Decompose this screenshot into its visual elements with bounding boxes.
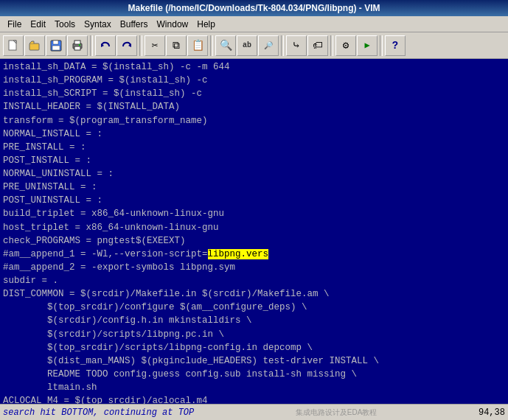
line-20: $(srcdir)/config.h.in mkinstalldirs \ xyxy=(3,314,505,327)
line-3: install_sh_SCRIPT = $(install_sh) -c xyxy=(3,87,505,100)
line-18: DIST_COMMON = $(srcdir)/Makefile.in $(sr… xyxy=(3,287,505,301)
svg-rect-8 xyxy=(74,46,80,50)
line-9: NORMAL_UNINSTALL = : xyxy=(3,167,505,181)
separator-5 xyxy=(330,35,333,56)
line-19: $(top_srcdir)/configure $(am__configure_… xyxy=(3,301,505,314)
jump-button[interactable]: ⤷ xyxy=(286,35,307,56)
compile-button[interactable]: ⚙ xyxy=(335,35,356,56)
svg-rect-5 xyxy=(52,46,60,50)
line-17: subdir = . xyxy=(3,274,505,287)
line-8: POST_INSTALL = : xyxy=(3,154,505,167)
line-23: $(dist_man_MANS) $(pkginclude_HEADERS) t… xyxy=(3,354,505,368)
menu-buffers[interactable]: Buffers xyxy=(116,18,153,31)
separator-2 xyxy=(139,35,142,56)
svg-rect-2 xyxy=(29,43,39,50)
line-15: #am__append_1 = -Wl,--version-script=lib… xyxy=(3,248,505,261)
replace-button[interactable]: ab xyxy=(237,35,257,56)
menu-edit[interactable]: Edit xyxy=(26,18,50,31)
line-11: POST_UNINSTALL = : xyxy=(3,194,505,207)
open-button[interactable] xyxy=(24,35,45,56)
menu-tools[interactable]: Tools xyxy=(50,18,80,31)
line-14: check_PROGRAMS = pngtest$(EXEEXT) xyxy=(3,234,505,248)
separator-6 xyxy=(380,35,383,56)
separator-4 xyxy=(281,35,284,56)
separator-1 xyxy=(90,35,93,56)
help-toolbar-button[interactable]: ? xyxy=(385,35,406,56)
toolbar: ✂ ⧉ 📋 🔍 ab 🔎 ⤷ 🏷 ⚙ ▶ ? xyxy=(0,32,508,59)
new-button[interactable] xyxy=(3,35,24,56)
copy-button[interactable]: ⧉ xyxy=(166,35,187,56)
line-2: install_sh_PROGRAM = $(install_sh) -c xyxy=(3,74,505,87)
line-6: NORMAL_INSTALL = : xyxy=(3,127,505,141)
line-16: #am__append_2 = -export-symbols libpng.s… xyxy=(3,261,505,274)
cut-button[interactable]: ✂ xyxy=(145,35,165,56)
paste-button[interactable]: 📋 xyxy=(187,35,208,56)
find-all-button[interactable]: 🔎 xyxy=(258,35,279,56)
run-button[interactable]: ▶ xyxy=(357,35,377,56)
title-bar: Makefile (/home/IC/Downloads/Tk-804.034/… xyxy=(0,0,508,16)
line-7: PRE_INSTALL = : xyxy=(3,141,505,154)
line-13: host_triplet = x86_64-unknown-linux-gnu xyxy=(3,221,505,234)
line-10: PRE_UNINSTALL = : xyxy=(3,181,505,194)
status-bar: search hit BOTTOM, continuing at TOP 集成电… xyxy=(0,404,508,420)
highlight-libpng-vers: libpng.vers xyxy=(208,249,269,259)
cursor-position: 94,38 xyxy=(479,407,505,418)
line-4: INSTALL_HEADER = $(INSTALL_DATA) xyxy=(3,100,505,113)
redo-button[interactable] xyxy=(116,35,137,56)
line-5: transform = $(program_transform_name) xyxy=(3,114,505,127)
bookmark-button[interactable]: 🏷 xyxy=(307,35,328,56)
line-24: README TODO config.guess config.sub inst… xyxy=(3,368,505,381)
svg-rect-7 xyxy=(74,41,80,44)
menu-window[interactable]: Window xyxy=(153,18,193,31)
save-button[interactable] xyxy=(46,35,66,56)
menu-file[interactable]: File xyxy=(3,18,26,31)
line-25: ltmain.sh xyxy=(3,381,505,394)
editor-area[interactable]: install_sh_DATA = $(install_sh) -c -m 64… xyxy=(0,59,508,404)
line-1: install_sh_DATA = $(install_sh) -c -m 64… xyxy=(3,60,505,74)
svg-rect-4 xyxy=(53,41,58,44)
line-12: build_triplet = x86_64-unknown-linux-gnu xyxy=(3,207,505,220)
watermark: 集成电路设计及EDA教程 xyxy=(296,407,377,418)
print-button[interactable] xyxy=(67,35,88,56)
line-21: $(srcdir)/scripts/libpng.pc.in \ xyxy=(3,328,505,341)
line-26: ACLOCAL_M4 = $(top_srcdir)/aclocal.m4 xyxy=(3,394,505,404)
menu-bar: File Edit Tools Syntax Buffers Window He… xyxy=(0,16,508,32)
menu-syntax[interactable]: Syntax xyxy=(80,18,116,31)
status-message: search hit BOTTOM, continuing at TOP xyxy=(3,407,194,418)
separator-3 xyxy=(210,35,213,56)
menu-help[interactable]: Help xyxy=(192,18,220,31)
search-button[interactable]: 🔍 xyxy=(215,35,236,56)
svg-rect-9 xyxy=(79,44,80,46)
line-22: $(top_srcdir)/scripts/libpng-config.in d… xyxy=(3,341,505,354)
title-text: Makefile (/home/IC/Downloads/Tk-804.034/… xyxy=(128,3,380,13)
undo-button[interactable] xyxy=(95,35,116,56)
